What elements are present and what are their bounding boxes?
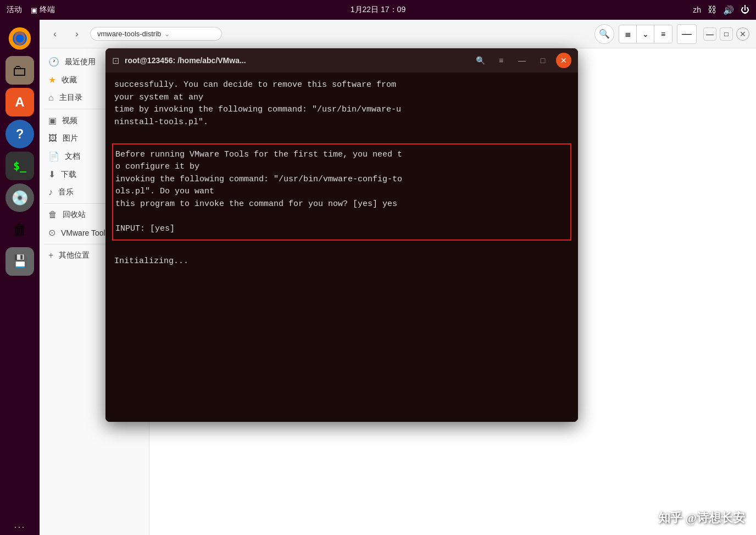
terminal-hl-line-7: INPUT: [yes] <box>115 223 568 236</box>
terminal-content: successfully. You can decide to remove t… <box>105 73 578 422</box>
system-bar: 活动 ▣ 终端 1月22日 17：09 zh ⛓ 🔊 ⏻ <box>0 0 756 20</box>
terminal-line-7: Initializing... <box>114 255 569 268</box>
view-more-button[interactable]: ⌄ <box>637 25 654 43</box>
terminal-line-4: ninstall-tools.pl". <box>114 116 569 129</box>
dock-item-drive[interactable]: 💾 <box>5 247 34 276</box>
search-button[interactable]: 🔍 <box>594 24 614 44</box>
forward-button[interactable]: › <box>68 25 86 43</box>
path-dropdown-arrow[interactable]: ⌄ <box>164 30 170 38</box>
file-manager-toolbar: ‹ › vmware-tools-distrib ⌄ 🔍 ≣ ⌄ ≡ — — □… <box>40 20 756 48</box>
sound-icon[interactable]: 🔊 <box>723 5 734 15</box>
minimize-button[interactable]: — <box>703 27 716 41</box>
terminal-app-label[interactable]: ▣ 终端 <box>31 5 55 15</box>
terminal-line-3: time by invoking the following command: … <box>114 104 569 116</box>
terminal-hl-line-2: o configure it by <box>115 161 568 174</box>
dock-more-apps[interactable]: ... <box>14 519 25 531</box>
terminal-line-5 <box>114 129 569 141</box>
terminal-close-button[interactable]: ✕ <box>556 53 571 68</box>
maximize-button[interactable]: □ <box>720 27 733 41</box>
svg-point-2 <box>16 35 24 43</box>
terminal-highlight-region: Before running VMware Tools for the firs… <box>112 143 571 241</box>
terminal-icon: ⊡ <box>112 55 119 66</box>
close-button[interactable]: ✕ <box>736 27 749 41</box>
terminal-title: root@123456: /home/abc/VMwa... <box>125 56 467 65</box>
downloads-icon: ⬇ <box>48 169 55 180</box>
terminal-line-2: your system at any <box>114 92 569 104</box>
dock-item-help[interactable]: ? <box>5 120 34 148</box>
other-locations-icon: + <box>48 250 53 260</box>
datetime-display: 1月22日 17：09 <box>351 5 405 15</box>
terminal-hl-line-3: invoking the following command: "/usr/bi… <box>115 174 568 186</box>
app-dock: 🗀 A ? $_ 💿 🗑 💾 ... <box>0 20 40 535</box>
watermark-text: 知乎 @诗想长安 <box>658 510 745 526</box>
terminal-menu-button[interactable]: ≡ <box>493 53 509 68</box>
terminal-hl-line-5: this program to invoke the command for y… <box>115 198 568 211</box>
trash-sidebar-icon: 🗑 <box>48 210 57 220</box>
file-manager-window: ‹ › vmware-tools-distrib ⌄ 🔍 ≣ ⌄ ≡ — — □… <box>40 20 756 535</box>
dock-item-appstore[interactable]: A <box>5 88 34 116</box>
terminal-line-1: successfully. You can decide to remove t… <box>114 79 569 92</box>
video-icon: ▣ <box>48 115 57 126</box>
list-view-button[interactable]: ≣ <box>619 25 637 43</box>
grid-view-button[interactable]: ≡ <box>654 25 672 43</box>
window-menu-button[interactable]: — <box>677 24 697 44</box>
dock-item-firefox[interactable] <box>5 24 34 53</box>
dock-item-trash[interactable]: 🗑 <box>5 215 34 244</box>
recent-icon: 🕐 <box>48 57 59 67</box>
terminal-hl-line-1: Before running VMware Tools for the firs… <box>115 149 568 161</box>
terminal-search-button[interactable]: 🔍 <box>472 53 488 68</box>
terminal-minimize-button[interactable]: — <box>514 53 530 68</box>
bookmark-icon: ★ <box>48 75 56 85</box>
terminal-hl-line-4: ols.pl". Do you want <box>115 186 568 198</box>
music-icon: ♪ <box>48 187 53 197</box>
dock-item-files[interactable]: 🗀 <box>5 56 34 85</box>
back-button[interactable]: ‹ <box>46 25 64 43</box>
view-toggle-group: ≣ ⌄ ≡ <box>619 25 672 43</box>
terminal-maximize-button[interactable]: □ <box>535 53 551 68</box>
dock-item-terminal[interactable]: $_ <box>5 152 34 180</box>
path-bar[interactable]: vmware-tools-distrib ⌄ <box>90 27 222 41</box>
network-icon[interactable]: ⛓ <box>708 5 716 15</box>
pictures-icon: 🖼 <box>48 133 57 143</box>
terminal-window: ⊡ root@123456: /home/abc/VMwa... 🔍 ≡ — □… <box>105 48 578 422</box>
documents-icon: 📄 <box>48 151 59 161</box>
dock-item-cdrom[interactable]: 💿 <box>5 183 34 212</box>
lang-indicator[interactable]: zh <box>693 5 701 14</box>
home-icon: ⌂ <box>48 93 54 103</box>
path-text: vmware-tools-distrib <box>97 30 161 38</box>
terminal-hl-line-6 <box>115 210 568 223</box>
power-icon[interactable]: ⏻ <box>741 5 749 15</box>
vmware-icon: ⊙ <box>48 227 55 238</box>
activities-label[interactable]: 活动 <box>7 5 22 15</box>
terminal-line-6 <box>114 243 569 255</box>
terminal-titlebar: ⊡ root@123456: /home/abc/VMwa... 🔍 ≡ — □… <box>105 48 578 73</box>
